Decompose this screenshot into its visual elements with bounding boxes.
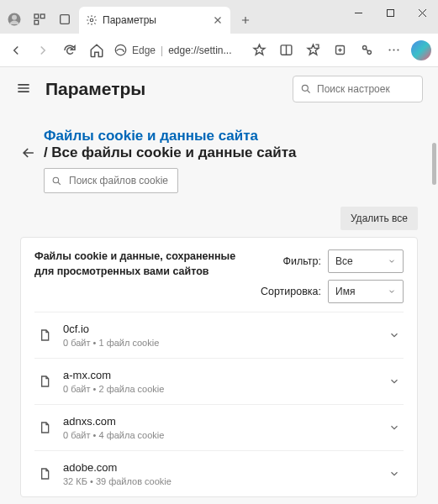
breadcrumb: Файлы cookie и данные сайта / Все файлы …: [44, 128, 418, 193]
copilot-icon[interactable]: [411, 40, 431, 60]
url-text: edge://settin...: [168, 45, 231, 56]
site-name: 0cf.io: [63, 323, 377, 335]
page-title: Параметры: [45, 79, 281, 99]
document-icon: [38, 421, 51, 434]
site-row[interactable]: a-mx.com 0 байт • 2 файла cookie: [34, 358, 404, 404]
back-arrow-icon[interactable]: [20, 144, 37, 161]
svg-point-6: [90, 18, 93, 22]
filter-label: Фильтр:: [283, 255, 321, 267]
panel-description: Файлы cookie и данные, сохраненные для п…: [34, 249, 247, 303]
new-tab-button[interactable]: [234, 8, 257, 32]
chevron-down-icon: [388, 287, 396, 296]
svg-point-1: [12, 15, 17, 20]
site-row[interactable]: 0cf.io 0 байт • 1 файл cookie: [34, 312, 404, 358]
tab-title: Параметры: [103, 14, 207, 26]
back-button[interactable]: [7, 41, 25, 60]
content-area: Параметры Файлы cookie и данные сайта / …: [0, 67, 438, 504]
site-meta: 0 байт • 4 файла cookie: [63, 430, 377, 440]
chevron-down-icon[interactable]: [388, 422, 400, 433]
site-row[interactable]: adobe.com 32 КБ • 39 файлов cookie: [34, 450, 404, 496]
cookie-search-input[interactable]: [69, 175, 195, 186]
site-meta: 0 байт • 2 файла cookie: [63, 384, 377, 394]
document-icon: [38, 375, 51, 388]
cookies-panel: Файлы cookie и данные, сохраненные для п…: [20, 237, 418, 497]
workspaces-icon[interactable]: [32, 12, 47, 27]
profile-icon[interactable]: [7, 12, 22, 27]
settings-search[interactable]: [293, 76, 423, 102]
svg-rect-2: [34, 14, 39, 18]
forward-button: [34, 41, 52, 60]
gear-icon: [86, 14, 98, 26]
breadcrumb-link[interactable]: Файлы cookie и данные сайта: [44, 128, 258, 144]
tab-actions-icon[interactable]: [57, 12, 72, 27]
svg-rect-7: [387, 9, 393, 16]
breadcrumb-current: Все файлы cookie и данные сайта: [51, 144, 296, 160]
filter-select[interactable]: Все: [328, 249, 404, 273]
browser-tab[interactable]: Параметры: [79, 7, 230, 34]
more-icon[interactable]: [384, 41, 403, 60]
settings-search-input[interactable]: [317, 83, 438, 95]
sort-select[interactable]: Имя: [328, 280, 404, 303]
extensions-icon[interactable]: [357, 41, 376, 60]
cookie-search[interactable]: [44, 168, 178, 193]
svg-point-14: [393, 49, 394, 50]
address-bar[interactable]: Edge | edge://settin...: [114, 44, 241, 56]
site-name: a-mx.com: [63, 369, 377, 381]
collections-icon[interactable]: [330, 41, 349, 60]
site-meta: 0 байт • 1 файл cookie: [63, 338, 377, 348]
edge-logo-icon: [114, 44, 127, 56]
site-row[interactable]: adnxs.com 0 байт • 4 файла cookie: [34, 404, 404, 450]
svg-rect-3: [40, 14, 45, 18]
svg-rect-5: [61, 15, 70, 24]
chevron-down-icon[interactable]: [388, 468, 400, 480]
site-name: adobe.com: [63, 461, 377, 474]
minimize-button[interactable]: [342, 0, 374, 25]
svg-point-17: [53, 177, 58, 183]
home-button[interactable]: [87, 41, 106, 60]
titlebar: Параметры: [0, 0, 438, 34]
brand-label: Edge: [132, 45, 156, 56]
close-icon[interactable]: [212, 14, 224, 26]
document-icon: [38, 467, 51, 480]
maximize-button[interactable]: [374, 0, 406, 25]
svg-point-15: [397, 49, 398, 50]
favorites-icon[interactable]: [303, 41, 322, 60]
split-icon[interactable]: [277, 41, 295, 60]
window-close-button[interactable]: [406, 0, 438, 25]
toolbar: Edge | edge://settin...: [0, 34, 438, 67]
chevron-down-icon: [388, 257, 396, 265]
scrollbar[interactable]: [432, 143, 436, 185]
svg-point-13: [388, 49, 390, 50]
site-name: adnxs.com: [63, 415, 377, 428]
svg-point-16: [302, 85, 308, 91]
delete-all-button[interactable]: Удалить все: [340, 207, 418, 230]
sort-label: Сортировка:: [261, 286, 321, 297]
svg-rect-4: [34, 20, 39, 24]
search-icon: [300, 83, 312, 95]
search-icon: [51, 176, 62, 186]
star-icon[interactable]: [250, 41, 268, 60]
site-meta: 32 КБ • 39 файлов cookie: [63, 476, 377, 486]
hamburger-icon[interactable]: [15, 80, 34, 98]
chevron-down-icon[interactable]: [388, 375, 400, 387]
refresh-button[interactable]: [61, 41, 79, 60]
chevron-down-icon[interactable]: [388, 329, 400, 341]
document-icon: [38, 328, 51, 342]
